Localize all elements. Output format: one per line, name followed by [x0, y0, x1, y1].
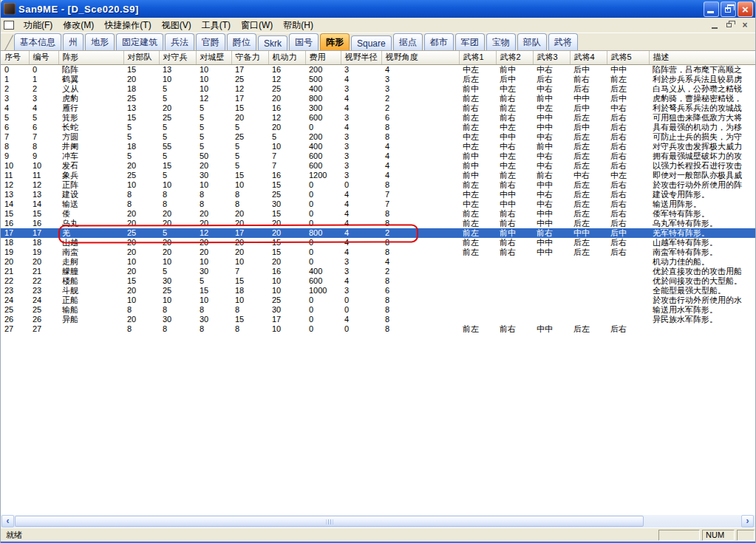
column-header-11[interactable]: 武将1: [459, 51, 496, 64]
column-header-4[interactable]: 对守兵: [159, 51, 196, 64]
table-row[interactable]: 99冲车55505760034前中中左中右后左后右拥有最强城壁破坏力的攻: [1, 151, 755, 161]
table-row[interactable]: 88井阑1855551040034中左中右前中后左后右对守兵攻击发挥极大威力: [1, 142, 755, 151]
table-row[interactable]: 2525输船888830008输送用水军阵形。: [1, 305, 755, 315]
column-header-1[interactable]: 编号: [29, 51, 58, 64]
column-header-2[interactable]: 阵形: [58, 51, 123, 64]
column-header-10[interactable]: 视野角度: [381, 51, 459, 64]
menu-item-0[interactable]: 功能(F): [18, 18, 58, 33]
table-row[interactable]: 66长蛇555520048前左中左中中后中后右具有最强的机动力，为移: [1, 123, 755, 132]
table-row[interactable]: 2222楼船15305151060048优於间接攻击的大型船。: [1, 276, 755, 286]
table-row[interactable]: 11鹤翼201010251250043后左后中后右前右前左利於步兵系兵法且较易虏: [1, 75, 755, 84]
minimize-button[interactable]: [704, 1, 719, 17]
table-cell: 利於弩兵系兵法的攻城战: [649, 103, 755, 113]
tab-固定建筑[interactable]: 固定建筑: [116, 33, 163, 50]
document-icon[interactable]: [4, 21, 14, 30]
table-row[interactable]: 1010发石2015205760034前中中左中右后左后右以强力长程投石进行攻击: [1, 161, 755, 171]
mdi-close-button[interactable]: ×: [739, 20, 751, 30]
tab-爵位[interactable]: 爵位: [227, 33, 256, 50]
table-cell: 中中: [570, 94, 607, 103]
table-cell: 7: [381, 199, 459, 209]
table-row[interactable]: 2424正船1010101025008於攻击行动外所使用的水: [1, 296, 755, 305]
table-row[interactable]: 1212正阵1010101015008前左前右中中后左后右於攻击行动外所使用的阵: [1, 180, 755, 190]
column-header-0[interactable]: 序号: [1, 51, 29, 64]
table-cell: 后左: [607, 84, 649, 94]
table-row[interactable]: 33虎豹25512172080042前左前右前中中中后中虎豹骑，曹操秘密精锐，: [1, 94, 755, 103]
table-cell: 3: [341, 132, 381, 142]
column-header-8[interactable]: 费用: [305, 51, 341, 64]
tab-兵法[interactable]: 兵法: [165, 33, 194, 50]
table-cell: 0: [1, 64, 29, 75]
table-cell: 15: [123, 113, 159, 123]
menu-item-3[interactable]: 视图(V): [157, 18, 197, 33]
menu-item-5[interactable]: 窗口(W): [236, 18, 278, 33]
horizontal-scrollbar[interactable]: ‹ ›: [1, 515, 755, 527]
table-cell: 前右: [570, 75, 607, 84]
scroll-left-button[interactable]: ‹: [1, 515, 14, 527]
table-cell: 20: [159, 103, 196, 113]
table-row[interactable]: 2121艨艟2053071640032优於直接攻击的攻击用船: [1, 267, 755, 276]
column-header-7[interactable]: 机动力: [268, 51, 305, 64]
table-row[interactable]: 55箕形15255201260036前左前右中中后左后右可用狙击来降低敌方大将: [1, 113, 755, 123]
tab-部队[interactable]: 部队: [517, 33, 547, 50]
table-row[interactable]: 44雁行13205151630042前右前左中左后中中右利於弩兵系兵法的攻城战: [1, 103, 755, 113]
column-header-13[interactable]: 武将3: [533, 51, 570, 64]
tab-军团[interactable]: 军团: [455, 33, 485, 50]
close-button[interactable]: ×: [738, 1, 753, 17]
menu-item-6[interactable]: 帮助(H): [278, 18, 319, 33]
table-cell: 5: [196, 123, 231, 132]
tab-宝物[interactable]: 宝物: [486, 33, 516, 50]
table-cell: 中中: [496, 199, 533, 209]
tab-都市[interactable]: 都市: [424, 33, 454, 50]
column-header-6[interactable]: 守备力: [231, 51, 268, 64]
table-row[interactable]: 1717羌25512172080042前左前中前右中中后中羌军特有阵形。: [1, 228, 755, 238]
column-header-15[interactable]: 武将5: [607, 51, 649, 64]
table-row[interactable]: 1414输送888830047中左中中中右后左后右输送用阵形。: [1, 199, 755, 209]
menu-item-2[interactable]: 快捷操作(T): [99, 18, 156, 33]
tab-Skrk[interactable]: Skrk: [258, 35, 287, 50]
mdi-restore-button[interactable]: [724, 20, 736, 30]
menu-item-1[interactable]: 修改(M): [58, 18, 99, 33]
table-cell: 中左: [459, 64, 496, 75]
tab-阵形[interactable]: 阵形: [320, 33, 350, 50]
column-header-12[interactable]: 武将2: [496, 51, 533, 64]
table-row[interactable]: 22义从18510122540033前中中左中右后右后左白马义从，公孙瓒之精锐: [1, 84, 755, 94]
table-row[interactable]: 1111象兵255301516120034前中前左前右中右中左即使对一般部队亦极…: [1, 171, 755, 180]
tab-国号[interactable]: 国号: [289, 33, 319, 50]
table-row[interactable]: 1616乌丸2020202020048前左前右中中后左后右乌丸军特有阵形。: [1, 219, 755, 228]
tab-武将[interactable]: 武将: [548, 33, 578, 50]
table-row[interactable]: 1919南蛮2020202015048前左前右中中后左后右南蛮军特有阵形。: [1, 247, 755, 257]
column-header-14[interactable]: 武将4: [570, 51, 607, 64]
tab-州[interactable]: 州: [63, 33, 84, 50]
table-row[interactable]: 2020走舸1010101020034机动力佳的船。: [1, 257, 755, 267]
table-row[interactable]: 1818山越2020202015048前左前右中中后左后右山越军特有阵形。: [1, 238, 755, 247]
table-cell: 中中: [533, 219, 570, 228]
column-header-5[interactable]: 对城壁: [196, 51, 231, 64]
table-row[interactable]: 2626异船2030301517048异民族水军阵形。: [1, 315, 755, 324]
menu-item-4[interactable]: 工具(T): [197, 18, 236, 33]
column-header-16[interactable]: 描述: [649, 51, 755, 64]
table-cell: 0: [305, 296, 341, 305]
tab-基本信息[interactable]: 基本信息: [14, 33, 61, 50]
restore-button[interactable]: [721, 1, 736, 17]
scroll-right-button[interactable]: ›: [741, 515, 754, 527]
tab-据点[interactable]: 据点: [393, 33, 423, 50]
table-cell: 10: [159, 257, 196, 267]
table-row[interactable]: 1515倭2020202015048前左前右中中后左后右倭军特有阵形。: [1, 209, 755, 219]
column-header-3[interactable]: 对部队: [123, 51, 159, 64]
table-row[interactable]: 1313建设888825047中左中中中右后左后右建设专用阵形。: [1, 190, 755, 199]
table-cell: 输送: [58, 199, 123, 209]
table-row[interactable]: 77方圆55525520038中左中中中右后左后右可防止士兵的损失，为守: [1, 132, 755, 142]
table-cell: 20: [196, 161, 231, 171]
table-row[interactable]: 2727888810008前左前右中中后左后右: [1, 324, 755, 334]
scrollbar-thumb[interactable]: [15, 516, 644, 527]
tab-Square[interactable]: Square: [351, 35, 392, 50]
table-row[interactable]: 00陷阵151310171620034中左前中中右后中中中陷阵营，吕布麾下高顺之: [1, 64, 755, 75]
table-cell: 后右: [607, 247, 649, 257]
mdi-minimize-button[interactable]: [709, 20, 721, 30]
table-row[interactable]: 2323斗舰2025151810100036全能型最强大型船。: [1, 286, 755, 296]
table-cell: 后右: [607, 199, 649, 209]
table-cell: 后右: [607, 219, 649, 228]
column-header-9[interactable]: 视野半径: [341, 51, 381, 64]
tab-官爵[interactable]: 官爵: [196, 33, 225, 50]
tab-地形[interactable]: 地形: [85, 33, 115, 50]
